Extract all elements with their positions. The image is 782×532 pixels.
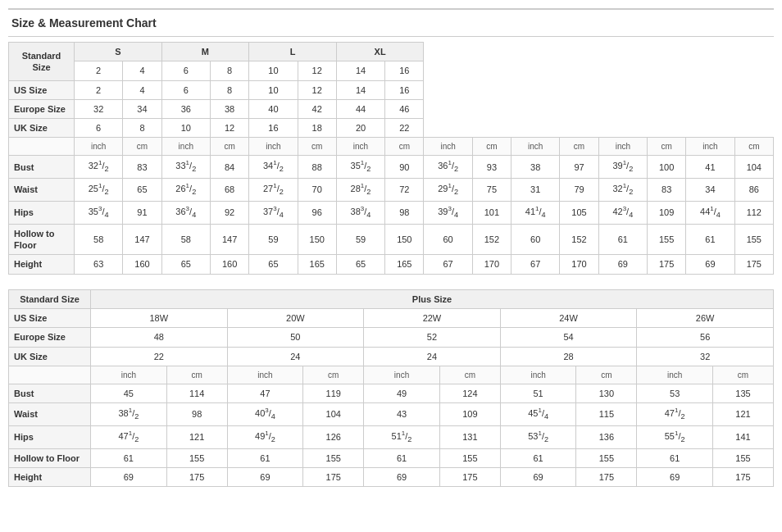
eu-54: 54 <box>500 328 637 347</box>
height-12-cm: 170 <box>560 255 598 274</box>
plus-waist-24w-cm: 115 <box>576 403 637 426</box>
plus-height-20w-inch: 69 <box>227 467 303 486</box>
uk-size-label-2: UK Size <box>9 347 91 366</box>
us-22w: 22W <box>364 308 501 327</box>
height-4-inch: 65 <box>161 255 210 274</box>
hips-2-inch: 353/4 <box>75 202 123 225</box>
eu-40: 40 <box>249 99 298 118</box>
uk-20: 20 <box>336 119 384 138</box>
unit-inch-8: inch <box>686 138 734 156</box>
unit-cm-1: cm <box>123 138 161 156</box>
plus-hips-18w-cm: 121 <box>166 425 227 448</box>
plus-htf-20w-cm: 155 <box>303 448 364 467</box>
htf-14-inch: 61 <box>598 224 647 255</box>
unit-inch-5: inch <box>424 138 472 156</box>
page-title: Size & Measurement Chart <box>8 8 774 37</box>
waist-16-cm: 86 <box>734 179 773 202</box>
eu-38: 38 <box>210 99 248 118</box>
col-plus-size: Plus Size <box>91 289 774 308</box>
plus-unit-inch-5: inch <box>637 366 713 384</box>
plus-height-22w-cm: 175 <box>439 467 500 486</box>
hips-4-inch: 363/4 <box>161 202 210 225</box>
hips-label: Hips <box>9 202 75 225</box>
uk-22: 22 <box>385 119 424 138</box>
us-size-label-2: US Size <box>9 308 91 327</box>
plus-hips-label: Hips <box>9 425 91 448</box>
hips-6-inch: 373/4 <box>249 202 298 225</box>
htf-2-cm: 147 <box>123 224 161 255</box>
plus-waist-18w-inch: 381/2 <box>91 403 167 426</box>
bust-12-inch: 38 <box>511 156 560 179</box>
bust-14-inch: 391/2 <box>598 156 647 179</box>
us-size-12: 12 <box>298 61 336 80</box>
bust-6-inch: 341/2 <box>249 156 298 179</box>
unit-cm-8: cm <box>734 138 773 156</box>
bust-8-inch: 351/2 <box>336 156 384 179</box>
plus-unit-inch-3: inch <box>364 366 440 384</box>
bust-8-cm: 90 <box>385 156 424 179</box>
eu-50: 50 <box>227 328 364 347</box>
us-12: 12 <box>298 80 336 99</box>
plus-bust-24w-cm: 130 <box>576 384 637 402</box>
us-26w: 26W <box>637 308 774 327</box>
col-m: M <box>161 43 249 61</box>
plus-htf-label: Hollow to Floor <box>9 448 91 467</box>
waist-8-inch: 281/2 <box>336 179 384 202</box>
eu-34: 34 <box>123 99 161 118</box>
htf-6-inch: 59 <box>249 224 298 255</box>
unit-inch-3: inch <box>249 138 298 156</box>
waist-8-cm: 72 <box>385 179 424 202</box>
plus-hips-22w-cm: 131 <box>439 425 500 448</box>
hips-4-cm: 92 <box>210 202 248 225</box>
eu-56: 56 <box>637 328 774 347</box>
unit-cm-6: cm <box>560 138 598 156</box>
htf-4-inch: 58 <box>161 224 210 255</box>
plus-unit-cm-4: cm <box>576 366 637 384</box>
us-10: 10 <box>249 80 298 99</box>
height-16-cm: 175 <box>734 255 773 274</box>
hips-12-cm: 105 <box>560 202 598 225</box>
bust-2-cm: 83 <box>123 156 161 179</box>
height-2-cm: 160 <box>123 255 161 274</box>
us-size-10: 10 <box>249 61 298 80</box>
uk-24-plus: 24 <box>227 347 364 366</box>
plus-bust-label: Bust <box>9 384 91 402</box>
us-4: 4 <box>123 80 161 99</box>
col-standard-size: StandardSize <box>9 43 75 81</box>
us-14: 14 <box>336 80 384 99</box>
height-14-cm: 175 <box>648 255 686 274</box>
height-8-inch: 65 <box>336 255 384 274</box>
waist-2-inch: 251/2 <box>75 179 123 202</box>
eu-32: 32 <box>75 99 123 118</box>
unit-inch-6: inch <box>511 138 560 156</box>
bust-12-cm: 97 <box>560 156 598 179</box>
hollow-to-floor-label: Hollow to Floor <box>9 224 75 255</box>
plus-waist-22w-cm: 109 <box>439 403 500 426</box>
plus-bust-22w-inch: 49 <box>364 384 440 402</box>
plus-hips-24w-inch: 531/2 <box>500 425 576 448</box>
us-8: 8 <box>210 80 248 99</box>
us-20w: 20W <box>227 308 364 327</box>
us-16: 16 <box>385 80 424 99</box>
plus-height-26w-inch: 69 <box>637 467 713 486</box>
height-10-inch: 67 <box>424 255 472 274</box>
htf-2-inch: 58 <box>75 224 123 255</box>
plus-hips-20w-inch: 491/2 <box>227 425 303 448</box>
height-label: Height <box>9 255 75 274</box>
plus-unit-cm-2: cm <box>303 366 364 384</box>
eu-36: 36 <box>161 99 210 118</box>
waist-16-inch: 34 <box>686 179 734 202</box>
unit-inch-7: inch <box>598 138 647 156</box>
plus-height-20w-cm: 175 <box>303 467 364 486</box>
eu-42: 42 <box>298 99 336 118</box>
hips-16-inch: 441/4 <box>686 202 734 225</box>
hips-8-inch: 383/4 <box>336 202 384 225</box>
plus-height-24w-cm: 175 <box>576 467 637 486</box>
htf-4-cm: 147 <box>210 224 248 255</box>
plus-waist-22w-inch: 43 <box>364 403 440 426</box>
unit-cm-5: cm <box>472 138 511 156</box>
waist-6-inch: 271/2 <box>249 179 298 202</box>
europe-size-label: Europe Size <box>9 99 75 118</box>
uk-32-plus: 32 <box>637 347 774 366</box>
waist-14-inch: 321/2 <box>598 179 647 202</box>
